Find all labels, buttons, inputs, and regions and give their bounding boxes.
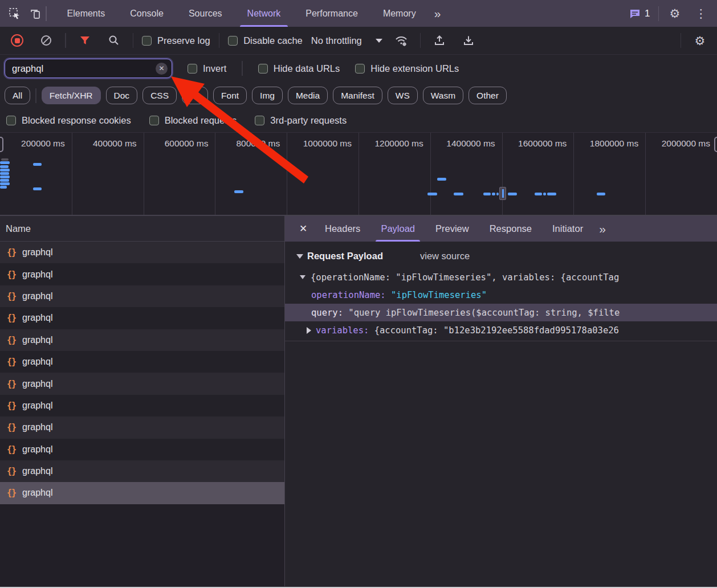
chip-fetch-xhr[interactable]: Fetch/XHR (42, 87, 101, 104)
hide-extension-urls-checkbox[interactable]: Hide extension URLs (355, 63, 459, 74)
filter-input-box[interactable]: ✕ (5, 59, 172, 78)
waterfall-bar[interactable] (543, 193, 546, 195)
more-tabs-icon[interactable]: » (429, 7, 446, 21)
tab-console[interactable]: Console (117, 0, 176, 27)
details-tab-preview[interactable]: Preview (425, 216, 479, 242)
clear-network-log-button[interactable] (36, 30, 56, 51)
chip-media[interactable]: Media (288, 87, 328, 104)
table-row[interactable]: {}graphql (0, 482, 284, 504)
waterfall-bar[interactable] (454, 193, 463, 195)
payload-row-variables[interactable]: variables: {accountTag: "b12e3b2192ee558… (285, 321, 717, 339)
request-name: graphql (22, 313, 52, 323)
payload-pane: Request Payload view source {operationNa… (285, 242, 717, 341)
request-payload-section[interactable]: Request Payload view source (285, 251, 717, 262)
3rd-party-requests-checkbox[interactable]: 3rd-party requests (255, 115, 347, 126)
waterfall-bar[interactable] (547, 193, 556, 195)
chip-ws[interactable]: WS (388, 87, 418, 104)
details-tab-payload[interactable]: Payload (370, 216, 425, 242)
details-tab-response[interactable]: Response (479, 216, 542, 242)
chip-font[interactable]: Font (213, 87, 247, 104)
waterfall-bar[interactable] (0, 165, 9, 168)
import-har-button[interactable] (429, 30, 450, 51)
hide-data-urls-checkbox[interactable]: Hide data URLs (258, 63, 340, 74)
payload-row-operation-name[interactable]: operationName: "ipFlowTimeseries" (285, 286, 717, 304)
overview-right-grip[interactable] (714, 137, 717, 152)
waterfall-bar[interactable] (483, 193, 491, 195)
payload-root-row[interactable]: {operationName: "ipFlowTimeseries", vari… (285, 268, 717, 286)
waterfall-bar[interactable] (508, 193, 517, 195)
device-toolbar-button[interactable] (25, 3, 46, 24)
waterfall-bar[interactable] (0, 179, 9, 182)
search-button[interactable] (104, 30, 124, 51)
chip-js[interactable]: JS (182, 87, 208, 104)
chip-all[interactable]: All (5, 87, 30, 104)
chip-other[interactable]: Other (469, 87, 507, 104)
toolbar-divider (420, 33, 421, 48)
table-row[interactable]: {}graphql (0, 329, 284, 351)
tab-network[interactable]: Network (235, 0, 294, 27)
network-conditions-button[interactable] (391, 30, 412, 51)
waterfall-bar[interactable] (0, 182, 10, 185)
table-row[interactable]: {}graphql (0, 439, 284, 460)
table-row[interactable]: {}graphql (0, 285, 284, 307)
tab-memory[interactable]: Memory (370, 0, 429, 27)
waterfall-bar[interactable] (0, 169, 10, 172)
blocked-response-cookies-checkbox[interactable]: Blocked response cookies (6, 115, 131, 126)
table-row[interactable]: {}graphql (0, 373, 284, 394)
waterfall-bar[interactable] (0, 186, 7, 189)
tab-sources[interactable]: Sources (176, 0, 235, 27)
record-network-log-button[interactable] (7, 30, 27, 51)
invert-checkbox[interactable]: Invert (188, 63, 226, 74)
waterfall-bar[interactable] (234, 190, 243, 193)
table-row[interactable]: {}graphql (0, 307, 284, 329)
waterfall-bar[interactable] (492, 193, 495, 195)
clear-filter-icon[interactable]: ✕ (156, 63, 168, 75)
chip-css[interactable]: CSS (142, 87, 177, 104)
waterfall-bar[interactable] (427, 193, 437, 195)
name-column-header[interactable]: Name (0, 216, 284, 242)
tab-elements[interactable]: Elements (55, 0, 118, 27)
close-details-button[interactable]: ✕ (292, 223, 315, 235)
main-menu-button[interactable]: ⋮ (691, 3, 711, 24)
blocked-requests-checkbox[interactable]: Blocked requests (149, 115, 237, 126)
table-row[interactable]: {}graphql (0, 351, 284, 373)
chip-doc[interactable]: Doc (106, 87, 138, 104)
waterfall-bar[interactable] (33, 163, 42, 166)
waterfall-bar[interactable] (0, 175, 10, 178)
overview-left-grip[interactable] (0, 137, 3, 152)
chip-img[interactable]: Img (252, 87, 283, 104)
throttling-dropdown[interactable]: No throttling (311, 35, 382, 46)
table-row[interactable]: {}graphql (0, 416, 284, 438)
network-overview-timeline[interactable]: 200000 ms400000 ms600000 ms800000 ms1000… (0, 132, 717, 216)
table-row[interactable]: {}graphql (0, 242, 284, 263)
selected-request-marker[interactable] (499, 187, 506, 200)
details-tab-headers[interactable]: Headers (315, 216, 370, 242)
settings-button[interactable]: ⚙ (665, 3, 685, 24)
filter-toggle-button[interactable] (75, 30, 95, 51)
waterfall-bar[interactable] (0, 172, 9, 175)
waterfall-bar[interactable] (0, 161, 10, 164)
filter-input[interactable] (12, 63, 156, 74)
view-source-link[interactable]: view source (420, 251, 470, 262)
waterfall-bar[interactable] (1, 158, 9, 161)
more-details-tabs-icon[interactable]: » (593, 222, 610, 236)
preserve-log-checkbox[interactable]: Preserve log (142, 35, 210, 46)
console-messages-badge[interactable]: 1 (629, 8, 652, 19)
chip-wasm[interactable]: Wasm (423, 87, 463, 104)
table-row[interactable]: {}graphql (0, 460, 284, 482)
details-tab-initiator[interactable]: Initiator (542, 216, 593, 242)
export-har-button[interactable] (458, 30, 479, 51)
disable-cache-checkbox[interactable]: Disable cache (228, 35, 303, 46)
waterfall-bar[interactable] (535, 193, 542, 195)
payload-row-query[interactable]: query: "query ipFlowTimeseries($accountT… (285, 304, 717, 321)
waterfall-bar[interactable] (496, 193, 499, 195)
waterfall-bar[interactable] (33, 187, 42, 190)
chip-manifest[interactable]: Manifest (333, 87, 382, 104)
waterfall-bar[interactable] (437, 178, 446, 181)
inspect-element-button[interactable] (5, 3, 25, 24)
network-settings-button[interactable]: ⚙ (690, 30, 710, 51)
table-row[interactable]: {}graphql (0, 395, 284, 416)
waterfall-bar[interactable] (597, 193, 605, 195)
table-row[interactable]: {}graphql (0, 263, 284, 285)
tab-performance[interactable]: Performance (293, 0, 370, 27)
